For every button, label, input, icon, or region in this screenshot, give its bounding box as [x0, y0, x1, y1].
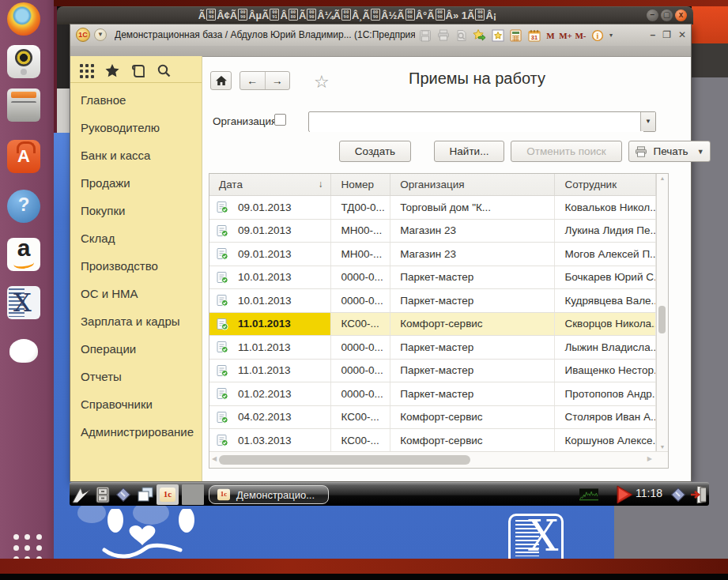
cell-date[interactable]: 01.03.2013 [209, 429, 331, 451]
cell-number[interactable]: 0000-0... [331, 336, 390, 359]
scroll-up-arrow[interactable]: ▲ [657, 175, 668, 181]
table-row[interactable]: 10.01.20130000-0...Паркет-мастерБочкарев… [209, 266, 656, 290]
cell-employee[interactable]: Протопопов Андр.. [555, 382, 656, 405]
cell-employee[interactable]: Столяров Иван А.. [555, 406, 656, 429]
calculator-icon[interactable] [507, 27, 524, 43]
cell-org[interactable]: Комфорт-сервис [390, 313, 555, 336]
cell-employee[interactable]: Ковальков Никол.. [555, 196, 656, 219]
cell-date[interactable]: 09.01.2013 [209, 243, 331, 266]
sidebar-item-зарплата-и-кадры[interactable]: Зарплата и кадры [70, 307, 202, 335]
cell-number[interactable]: КС00-... [331, 406, 390, 429]
terminal-maximize-button[interactable]: ▢ [661, 9, 673, 21]
launcher-amazon-icon[interactable] [7, 238, 40, 271]
table-row[interactable]: 11.01.20130000-0...Паркет-мастерИващенко… [209, 360, 656, 383]
launcher-file-cabinet-icon[interactable] [7, 89, 40, 122]
main-menu-caret-icon[interactable]: ▼ [94, 28, 107, 41]
cell-number[interactable]: 0000-0... [331, 360, 390, 382]
cell-date[interactable]: 09.01.2013 [209, 220, 331, 243]
app-close-button[interactable]: ✕ [678, 28, 686, 42]
app-titlebar[interactable]: 1С ▼ Демонстрационная база / Абдулов Юри… [70, 24, 691, 47]
memory-m[interactable]: M [544, 27, 557, 43]
column-header-0[interactable]: Дата↓ [209, 174, 331, 195]
sidebar-item-продажи[interactable]: Продажи [70, 169, 202, 197]
sidebar-item-операции[interactable]: Операции [70, 335, 202, 363]
cell-number[interactable]: КС00-... [331, 429, 390, 451]
cell-date[interactable]: 11.01.2013 [209, 336, 331, 359]
launcher-software-center-icon[interactable] [7, 140, 40, 173]
taskbar-file-cabinet-icon[interactable] [93, 485, 112, 504]
search-icon[interactable] [157, 63, 172, 78]
scroll-right-arrow[interactable]: ▶ [647, 455, 652, 462]
table-row[interactable]: 01.02.20130000-0...Паркет-мастерПротопоп… [209, 382, 656, 406]
cell-org[interactable]: Комфорт-сервис [390, 429, 555, 451]
horizontal-scrollbar-thumb[interactable] [219, 455, 470, 465]
cell-date[interactable]: 11.01.2013 [209, 360, 331, 382]
cell-org[interactable]: Магазин 23 [390, 220, 555, 243]
memory-m-minus[interactable]: M- [574, 27, 587, 43]
table-row[interactable]: 09.01.2013МН00-...Магазин 23Лукина Лидия… [209, 220, 656, 243]
horizontal-scrollbar[interactable]: ◀ ▶ [209, 451, 668, 468]
cell-date[interactable]: 11.01.2013 [209, 313, 331, 336]
menu-grid-icon[interactable] [79, 63, 94, 78]
taskbar-task-button[interactable]: 1c Демонстрацио... [209, 485, 329, 504]
cell-org[interactable]: Паркет-мастер [390, 266, 555, 289]
sidebar-item-главное[interactable]: Главное [70, 86, 202, 114]
table-row[interactable]: 04.02.2013КС00-...Комфорт-сервисСтоляров… [209, 406, 656, 430]
cell-number[interactable]: 0000-0... [331, 266, 390, 289]
app-restore-button[interactable]: ❐ [662, 28, 671, 42]
table-row[interactable]: 10.01.20130000-0...Паркет-мастерКудрявце… [209, 289, 656, 313]
cell-date[interactable]: 10.01.2013 [209, 266, 331, 289]
sidebar-item-отчеты[interactable]: Отчеты [70, 363, 202, 390]
sidebar-item-банк-и-касса[interactable]: Банк и касса [70, 141, 202, 169]
cell-employee[interactable]: Кудрявцева Вале.. [555, 289, 656, 312]
history-icon[interactable] [130, 63, 146, 79]
table-row[interactable]: 09.01.2013МН00-...Магазин 23Могов Алексе… [209, 243, 656, 266]
table-row[interactable]: 09.01.2013ТД00-0...Торговый дом "К...Ков… [209, 196, 656, 220]
table-row[interactable]: 11.01.2013КС00-...Комфорт-сервисСкворцов… [209, 313, 656, 337]
scroll-left-arrow[interactable]: ◀ [212, 455, 217, 462]
cell-number[interactable]: ТД00-0... [331, 196, 390, 219]
taskbar-windows-icon[interactable] [136, 485, 155, 504]
cell-date[interactable]: 01.02.2013 [209, 382, 331, 405]
app-minimize-button[interactable]: – [650, 28, 655, 42]
scroll-down-arrow[interactable]: ▼ [657, 444, 668, 450]
sidebar-item-покупки[interactable]: Покупки [70, 197, 202, 224]
sidebar-item-администрирование[interactable]: Администрирование [70, 418, 202, 446]
vertical-scrollbar-thumb[interactable] [658, 306, 666, 333]
cell-number[interactable]: 0000-0... [331, 289, 390, 312]
favorites-icon[interactable] [489, 27, 506, 43]
cell-date[interactable]: 04.02.2013 [209, 406, 331, 429]
cell-employee[interactable]: Иващенко Нестор.. [555, 360, 656, 382]
sidebar-item-производство[interactable]: Производство [70, 252, 202, 280]
cell-org[interactable]: Комфорт-сервис [390, 406, 555, 429]
forward-button[interactable]: → [266, 72, 290, 89]
cell-employee[interactable]: Бочкарев Юрий С.. [555, 266, 656, 289]
organization-checkbox[interactable] [274, 114, 286, 126]
cell-employee[interactable]: Лыжин Владисла.. [555, 336, 656, 359]
taskbar-diamond-icon[interactable] [114, 485, 133, 504]
taskbar-system-monitor-icon[interactable] [579, 485, 598, 504]
sidebar-item-склад[interactable]: Склад [70, 224, 202, 252]
column-header-3[interactable]: Сотрудник [555, 174, 656, 195]
taskbar-play-triangle-icon[interactable] [615, 485, 634, 504]
table-row[interactable]: 01.03.2013КС00-...Комфорт-сервисКоршунов… [209, 429, 656, 451]
action-button-create[interactable]: Создать [339, 141, 411, 162]
back-button[interactable]: ← [240, 72, 266, 89]
cell-employee[interactable]: Могов Алексей П... [555, 243, 656, 266]
favorite-star-icon[interactable]: ☆ [314, 72, 330, 92]
cell-employee[interactable]: Коршунов Алексе.. [555, 429, 656, 451]
add-favorite-icon[interactable] [471, 27, 488, 43]
action-button-print[interactable]: Печать▼ [628, 141, 711, 162]
cell-org[interactable]: Паркет-мастер [390, 336, 555, 359]
info-icon[interactable]: i [589, 27, 605, 43]
taskbar-diamond-icon[interactable] [669, 485, 688, 504]
column-header-1[interactable]: Номер [331, 174, 390, 195]
taskbar-pager[interactable] [182, 484, 204, 505]
launcher-speaker-icon[interactable] [7, 45, 40, 78]
favorites-star-icon[interactable] [104, 63, 120, 78]
cell-number[interactable]: 0000-0... [331, 382, 390, 405]
cell-employee[interactable]: Скворцов Никола.. [555, 313, 656, 336]
cell-employee[interactable]: Лукина Лидия Пе.. [555, 220, 656, 243]
launcher-seal-icon[interactable] [7, 334, 40, 367]
home-button[interactable] [210, 71, 232, 90]
